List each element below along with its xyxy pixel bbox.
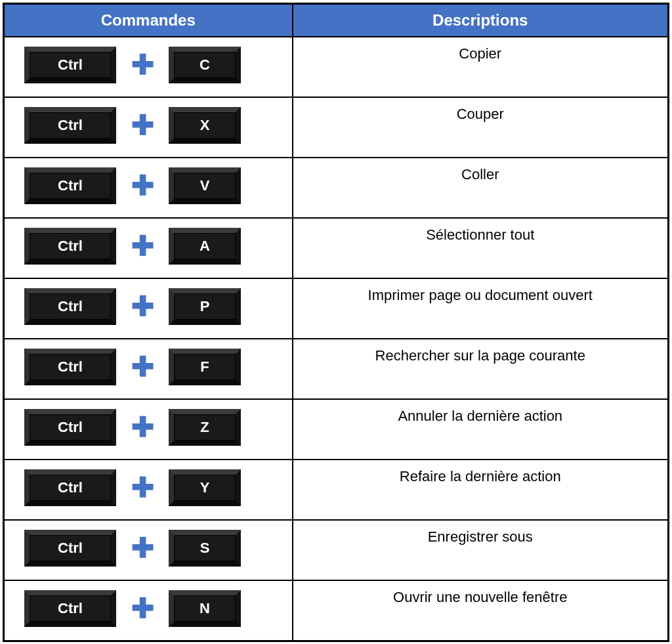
key-letter: Y xyxy=(169,469,241,506)
table-row: Ctrl ✚ P Imprimer page ou document ouver… xyxy=(4,278,669,339)
header-descriptions: Descriptions xyxy=(293,4,669,37)
command-cell: Ctrl ✚ P xyxy=(4,278,293,339)
description-cell: Refaire la dernière action xyxy=(293,460,669,520)
plus-icon: ✚ xyxy=(131,534,154,562)
table-row: Ctrl ✚ C Copier xyxy=(4,37,669,97)
command-cell: Ctrl ✚ V xyxy=(4,158,293,218)
key-letter: N xyxy=(169,590,241,627)
key-ctrl: Ctrl xyxy=(24,107,116,144)
shortcut: Ctrl ✚ P xyxy=(24,288,279,325)
description-cell: Annuler la dernière action xyxy=(293,399,669,460)
key-ctrl: Ctrl xyxy=(24,228,116,265)
shortcut: Ctrl ✚ F xyxy=(24,349,279,385)
plus-icon: ✚ xyxy=(131,112,154,139)
table-row: Ctrl ✚ Y Refaire la dernière action xyxy=(4,460,669,520)
shortcut: Ctrl ✚ X xyxy=(24,107,279,144)
key-letter: Z xyxy=(169,409,241,446)
shortcut: Ctrl ✚ C xyxy=(24,47,279,83)
key-letter: S xyxy=(169,530,241,567)
description-cell: Sélectionner tout xyxy=(293,218,669,278)
key-ctrl: Ctrl xyxy=(24,530,116,567)
table-row: Ctrl ✚ F Rechercher sur la page courante xyxy=(4,339,669,399)
key-letter: V xyxy=(169,167,241,204)
table-row: Ctrl ✚ N Ouvrir une nouvelle fenêtre xyxy=(4,580,669,641)
command-cell: Ctrl ✚ Y xyxy=(4,460,293,520)
command-cell: Ctrl ✚ X xyxy=(4,97,293,158)
description-cell: Coller xyxy=(293,158,669,218)
key-letter: A xyxy=(169,228,241,265)
description-cell: Rechercher sur la page courante xyxy=(293,339,669,399)
command-cell: Ctrl ✚ F xyxy=(4,339,293,399)
plus-icon: ✚ xyxy=(131,232,154,260)
shortcut-table-wrapper: Commandes Descriptions Ctrl ✚ C Copier xyxy=(0,0,672,644)
description-cell: Copier xyxy=(293,37,669,97)
description-cell: Couper xyxy=(293,97,669,158)
key-ctrl: Ctrl xyxy=(24,590,116,627)
key-ctrl: Ctrl xyxy=(24,409,116,446)
command-cell: Ctrl ✚ Z xyxy=(4,399,293,460)
plus-icon: ✚ xyxy=(131,474,154,502)
key-ctrl: Ctrl xyxy=(24,349,116,385)
plus-icon: ✚ xyxy=(131,293,154,320)
table-row: Ctrl ✚ A Sélectionner tout xyxy=(4,218,669,278)
plus-icon: ✚ xyxy=(131,51,154,79)
table-header-row: Commandes Descriptions xyxy=(4,4,669,37)
table-row: Ctrl ✚ Z Annuler la dernière action xyxy=(4,399,669,460)
key-letter: P xyxy=(169,288,241,325)
key-ctrl: Ctrl xyxy=(24,469,116,506)
key-letter: X xyxy=(169,107,241,144)
shortcut: Ctrl ✚ Z xyxy=(24,409,279,446)
shortcut: Ctrl ✚ Y xyxy=(24,469,279,506)
command-cell: Ctrl ✚ C xyxy=(4,37,293,97)
command-cell: Ctrl ✚ A xyxy=(4,218,293,278)
shortcut: Ctrl ✚ N xyxy=(24,590,279,627)
shortcut: Ctrl ✚ S xyxy=(24,530,279,567)
command-cell: Ctrl ✚ S xyxy=(4,520,293,580)
table-row: Ctrl ✚ X Couper xyxy=(4,97,669,158)
shortcut: Ctrl ✚ V xyxy=(24,167,279,204)
description-cell: Ouvrir une nouvelle fenêtre xyxy=(293,580,669,641)
description-cell: Enregistrer sous xyxy=(293,520,669,580)
plus-icon: ✚ xyxy=(131,595,154,622)
key-ctrl: Ctrl xyxy=(24,47,116,83)
description-cell: Imprimer page ou document ouvert xyxy=(293,278,669,339)
plus-icon: ✚ xyxy=(131,353,154,381)
key-ctrl: Ctrl xyxy=(24,167,116,204)
plus-icon: ✚ xyxy=(131,172,154,200)
shortcut-table: Commandes Descriptions Ctrl ✚ C Copier xyxy=(3,3,669,642)
command-cell: Ctrl ✚ N xyxy=(4,580,293,641)
table-row: Ctrl ✚ V Coller xyxy=(4,158,669,218)
key-letter: C xyxy=(169,47,241,83)
table-row: Ctrl ✚ S Enregistrer sous xyxy=(4,520,669,580)
key-ctrl: Ctrl xyxy=(24,288,116,325)
header-commands: Commandes xyxy=(4,4,293,37)
key-letter: F xyxy=(169,349,241,385)
shortcut: Ctrl ✚ A xyxy=(24,228,279,265)
plus-icon: ✚ xyxy=(131,414,154,441)
